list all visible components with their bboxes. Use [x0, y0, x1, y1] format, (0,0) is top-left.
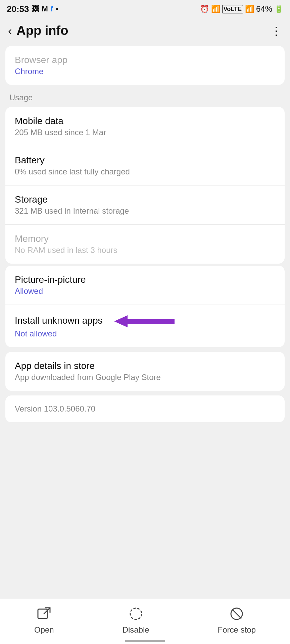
- storage-title: Storage: [15, 194, 275, 205]
- usage-section-label: Usage: [0, 87, 290, 105]
- status-right: ⏰ 📶 VoLTE 📶 64% 🔋: [200, 4, 283, 14]
- volte-icon: VoLTE: [222, 5, 243, 13]
- purple-arrow-svg: [111, 314, 188, 329]
- home-indicator: [125, 640, 165, 642]
- unknown-apps-title: Install unknown apps: [15, 315, 103, 326]
- unknown-apps-row: Install unknown apps: [15, 314, 275, 329]
- open-label: Open: [34, 625, 54, 635]
- dot-icon: •: [56, 5, 58, 13]
- app-details-title: App details in store: [15, 361, 275, 371]
- signal-icon: 📶: [245, 5, 254, 13]
- svg-marker-1: [114, 315, 128, 327]
- battery-icon: 🔋: [274, 5, 283, 13]
- disable-button[interactable]: Disable: [123, 605, 149, 635]
- storage-subtitle: 321 MB used in Internal storage: [15, 206, 275, 216]
- force-stop-button[interactable]: Force stop: [218, 605, 256, 635]
- app-details-card[interactable]: App details in store App downloaded from…: [5, 352, 285, 391]
- photo-icon: 🖼: [32, 5, 39, 13]
- app-details-subtitle: App downloaded from Google Play Store: [15, 373, 275, 382]
- svg-rect-0: [128, 319, 175, 324]
- status-bar: 20:53 🖼 M f • ⏰ 📶 VoLTE 📶 64% 🔋: [0, 0, 290, 17]
- more-menu-button[interactable]: ⋮: [271, 24, 282, 38]
- force-stop-icon-svg: [229, 606, 245, 622]
- browser-app-card: Browser app Chrome: [5, 46, 285, 85]
- mobile-data-subtitle: 205 MB used since 1 Mar: [15, 128, 275, 137]
- browser-app-item[interactable]: Browser app Chrome: [5, 46, 285, 85]
- back-button[interactable]: ‹: [8, 24, 12, 37]
- battery-subtitle: 0% used since last fully charged: [15, 167, 275, 176]
- browser-app-value: Chrome: [15, 67, 275, 76]
- status-left: 20:53 🖼 M f •: [7, 4, 58, 14]
- svg-rect-2: [38, 609, 47, 619]
- app-details-item[interactable]: App details in store App downloaded from…: [5, 352, 285, 391]
- svg-point-4: [130, 608, 142, 620]
- mobile-data-item[interactable]: Mobile data 205 MB used since 1 Mar: [5, 107, 285, 146]
- usage-card: Mobile data 205 MB used since 1 Mar Batt…: [5, 107, 285, 264]
- facebook-icon: f: [51, 5, 53, 13]
- version-item: Version 103.0.5060.70: [5, 395, 285, 422]
- version-label: Version 103.0.5060.70: [15, 404, 275, 414]
- open-icon: [35, 605, 53, 623]
- disable-icon-svg: [128, 606, 144, 622]
- force-stop-icon: [228, 605, 245, 623]
- page-title: App info: [16, 23, 68, 38]
- svg-line-6: [232, 609, 241, 618]
- pip-status: Allowed: [15, 286, 275, 296]
- pip-item[interactable]: Picture-in-picture Allowed: [5, 266, 285, 305]
- memory-item[interactable]: Memory No RAM used in last 3 hours: [5, 225, 285, 264]
- memory-title: Memory: [15, 233, 275, 244]
- battery-item[interactable]: Battery 0% used since last fully charged: [5, 146, 285, 185]
- memory-subtitle: No RAM used in last 3 hours: [15, 246, 275, 255]
- gmail-icon: M: [42, 5, 48, 13]
- wifi-icon: 📶: [211, 5, 220, 13]
- storage-item[interactable]: Storage 321 MB used in Internal storage: [5, 185, 285, 225]
- open-icon-svg: [36, 606, 52, 622]
- disable-icon: [127, 605, 145, 623]
- open-button[interactable]: Open: [34, 605, 54, 635]
- time-display: 20:53: [7, 4, 29, 14]
- annotation-arrow: [111, 314, 188, 329]
- bottom-action-bar: Open Disable Force stop: [0, 599, 290, 644]
- unknown-apps-item[interactable]: Install unknown apps Not allowed: [5, 305, 285, 347]
- browser-app-section: Browser app: [15, 55, 275, 65]
- pip-title: Picture-in-picture: [15, 274, 275, 285]
- alarm-icon: ⏰: [200, 5, 209, 13]
- version-card: Version 103.0.5060.70: [5, 395, 285, 422]
- app-header: ‹ App info ⋮: [0, 17, 290, 44]
- disable-label: Disable: [123, 625, 149, 635]
- mobile-data-title: Mobile data: [15, 116, 275, 126]
- force-stop-label: Force stop: [218, 625, 256, 635]
- battery-title: Battery: [15, 155, 275, 166]
- permissions-card: Picture-in-picture Allowed Install unkno…: [5, 266, 285, 347]
- unknown-apps-status: Not allowed: [15, 329, 275, 338]
- header-left: ‹ App info: [8, 23, 68, 38]
- main-content: Browser app Chrome Usage Mobile data 205…: [0, 46, 290, 471]
- battery-display: 64%: [256, 4, 272, 14]
